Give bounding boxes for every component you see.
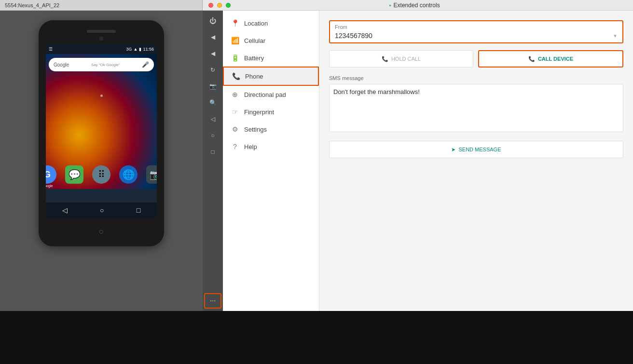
window-controls [208,3,231,8]
extended-controls-panel: 📍 Location 📶 Cellular 🔋 Battery 📞 Phone … [223,11,633,311]
google-app-icon[interactable]: G [46,165,56,184]
from-dropdown-icon[interactable]: ▼ [613,33,618,39]
call-device-button[interactable]: 📞 CALL DEVICE [478,50,623,67]
emulator-title: 5554:Nexus_4_API_22 [5,2,59,8]
sms-textarea[interactable]: Don't forget the marshmallows! [329,84,623,132]
emulator-title-bar: 5554:Nexus_4_API_22 [0,0,203,11]
notification-icon: ☰ [49,47,53,52]
minimize-window-button[interactable] [217,3,222,8]
fingerprint-icon: ☞ [231,108,239,116]
wifi-icon: ▲ [134,47,138,52]
nav-item-fingerprint[interactable]: ☞ Fingerprint [223,103,319,121]
hold-call-label: HOLD CALL [391,56,421,62]
google-logo: Google [54,62,69,67]
screenshot-button[interactable]: 📷 [204,79,221,94]
app-browser[interactable]: 🌐 [119,165,138,188]
app-chat[interactable]: 💬 [65,165,83,188]
more-button[interactable]: ⋯ [204,293,221,309]
nav-item-cellular[interactable]: 📶 Cellular [223,32,319,49]
status-left: ☰ [49,47,53,52]
settings-icon: ⚙ [231,125,239,133]
camera-icon[interactable]: 📷 [146,165,157,184]
nav-item-battery[interactable]: 🔋 Battery [223,49,319,67]
nav-label-fingerprint: Fingerprint [244,108,274,116]
hold-call-icon: 📞 [382,56,388,62]
ext-content-area: 📍 Location 📶 Cellular 🔋 Battery 📞 Phone … [223,11,633,311]
call-buttons-row: 📞 HOLD CALL 📞 CALL DEVICE [329,50,623,67]
nav-label-location: Location [244,20,268,27]
close-window-button[interactable] [208,3,213,8]
send-message-button[interactable]: ➤ SEND MESSAGE [329,141,623,158]
mic-icon[interactable]: 🎤 [142,61,149,68]
phone-icon: 📞 [232,72,240,80]
phone-panel: From 1234567890 ▼ 📞 HOLD CALL 📞 CALL DEV… [319,11,633,311]
ext-controls-title-text: ▪ Extended controls [389,2,440,9]
location-icon: 📍 [231,19,239,27]
google-search-bar[interactable]: Google Say "Ok Google" 🎤 [49,58,154,71]
nav-item-directional-pad[interactable]: ⊕ Directional pad [223,86,319,103]
phone-camera [99,37,103,40]
clock: 11:56 [143,47,154,52]
from-label: From [335,24,618,30]
power-button[interactable]: ⏻ [204,13,221,28]
send-icon: ➤ [451,147,455,153]
back-button[interactable]: ◁ [204,111,221,127]
directional-pad-icon: ⊕ [231,91,239,98]
call-device-label: CALL DEVICE [538,56,573,62]
app-row: G Google 💬 ⠿ 🌐 📷 [46,162,157,191]
nav-item-phone[interactable]: 📞 Phone [223,67,319,86]
home-button[interactable]: ○ [204,128,221,143]
app-apps[interactable]: ⠿ [92,165,110,188]
sms-label: SMS message [329,75,623,81]
browser-icon[interactable]: 🌐 [119,165,138,184]
maximize-window-button[interactable] [226,3,231,8]
rotate-button[interactable]: ↻ [204,62,221,78]
send-label: SEND MESSAGE [458,147,501,152]
nav-label-phone: Phone [245,73,263,80]
recents-nav-icon[interactable]: □ [137,206,140,214]
nav-item-help[interactable]: ? Help [223,138,319,155]
nav-label-battery: Battery [244,54,264,62]
status-right: 3G ▲ ▮ 11:56 [126,47,154,52]
toolbar-sidebar: ⏻ ◀ ◀ ↻ 📷 🔍 ◁ ○ □ ⋯ [203,11,223,311]
phone-screen[interactable]: ☰ 3G ▲ ▮ 11:56 Google Say "Ok Google" [46,44,157,218]
nav-label-cellular: Cellular [244,37,265,44]
call-device-icon: 📞 [528,56,535,62]
bottom-black-bar [0,311,633,364]
extended-controls-title-bar: ▪ Extended controls [203,0,633,11]
signal-indicator: 3G [126,47,132,52]
phone-speaker [87,30,116,33]
app-camera[interactable]: 📷 [146,165,157,188]
phone-device: ☰ 3G ▲ ▮ 11:56 Google Say "Ok Google" [39,20,164,246]
phone-nav-bar: ◁ ○ □ [46,202,157,218]
battery-icon: 🔋 [231,54,239,62]
app-google[interactable]: G Google [46,165,56,188]
zoom-button[interactable]: 🔍 [204,95,221,110]
from-number: 1234567890 [335,32,372,40]
nav-item-location[interactable]: 📍 Location [223,14,319,32]
nav-item-settings[interactable]: ⚙ Settings [223,121,319,138]
back-nav-icon[interactable]: ◁ [62,206,68,214]
apps-icon[interactable]: ⠿ [92,165,110,184]
ok-google-text: Say "Ok Google" [91,63,120,67]
help-icon: ? [231,143,239,150]
from-value-row: 1234567890 ▼ [335,32,618,40]
hold-call-button[interactable]: 📞 HOLD CALL [329,50,473,67]
phone-status-bar: ☰ 3G ▲ ▮ 11:56 [46,44,157,54]
ext-nav-menu: 📍 Location 📶 Cellular 🔋 Battery 📞 Phone … [223,11,319,311]
bottom-home-button[interactable]: ○ [99,227,104,237]
cellular-icon: 📶 [231,37,239,44]
home-nav-icon[interactable]: ○ [100,206,104,214]
from-field-wrapper[interactable]: From 1234567890 ▼ [329,20,623,43]
google-app-label: Google [46,184,53,188]
chat-app-icon[interactable]: 💬 [65,165,83,184]
battery-indicator: ▮ [139,47,141,52]
nav-label-help: Help [244,143,257,150]
volume-down-button[interactable]: ◀ [204,46,221,61]
ext-title-icon: ▪ [389,2,391,9]
phone-bottom: ○ [99,223,104,237]
recents-button[interactable]: □ [204,144,221,160]
volume-up-button[interactable]: ◀ [204,29,221,45]
emulator-area: ☰ 3G ▲ ▮ 11:56 Google Say "Ok Google" [0,11,203,311]
nav-label-directional: Directional pad [244,91,286,98]
